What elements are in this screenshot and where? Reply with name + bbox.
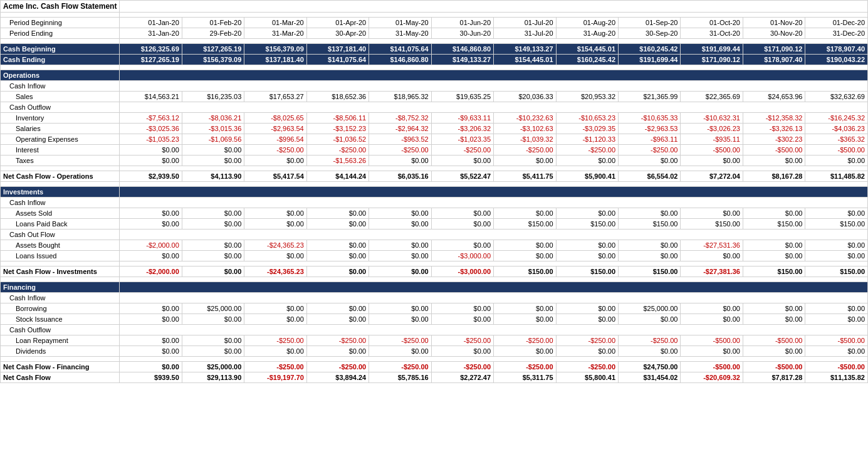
bor-jun: $0.00 [431, 303, 493, 314]
int-jul: -$250.00 [494, 145, 556, 156]
tax-jan: $0.00 [120, 156, 182, 166]
sales-jun: $19,635.25 [431, 92, 493, 102]
lpb-aug: $150.00 [556, 219, 618, 229]
int-apr: -$250.00 [306, 145, 369, 156]
int-feb: $0.00 [182, 145, 244, 156]
li-jan: $0.00 [120, 251, 182, 261]
nci-aug: $150.00 [556, 266, 618, 277]
si-aug: $0.00 [556, 314, 618, 325]
sal-oct: -$3,026.23 [681, 124, 743, 134]
fin-cash-outflow-row: Cash Outflow [1, 325, 868, 335]
ncf-jan: $0.00 [120, 362, 182, 372]
as-jan: $0.00 [120, 208, 182, 219]
lpb-oct: $150.00 [681, 219, 743, 229]
int-aug: -$250.00 [556, 145, 618, 156]
div-aug: $0.00 [556, 346, 618, 357]
as-aug: $0.00 [556, 208, 618, 219]
opex-may: -$963.52 [369, 134, 431, 145]
inventory-row: Inventory -$7,563.12 -$8,036.21 -$8,025.… [1, 113, 868, 124]
nco-aug: $5,900.41 [556, 171, 618, 182]
cb-aug: $154,445.01 [556, 44, 618, 55]
int-jan: $0.00 [120, 145, 182, 156]
opex-apr: -$1,036.52 [306, 134, 369, 145]
pe-dec: 31-Dec-20 [805, 28, 868, 39]
as-mar: $0.00 [244, 208, 306, 219]
sales-jul: $20,036.33 [494, 92, 556, 102]
sales-feb: $16,235.03 [182, 92, 244, 102]
si-apr: $0.00 [306, 314, 369, 325]
ab-apr: $0.00 [306, 240, 369, 251]
pb-apr: 01-Apr-20 [306, 18, 369, 28]
as-oct: $0.00 [681, 208, 743, 219]
opex-feb: -$1,069.56 [182, 134, 244, 145]
as-feb: $0.00 [182, 208, 244, 219]
cb-dec: $178,907.40 [805, 44, 868, 55]
net-inv-row: Net Cash Flow - Investments -$2,000.00 $… [1, 266, 868, 277]
bor-sep: $25,000.00 [619, 303, 681, 314]
loans-issued-label: Loans Issued [1, 251, 120, 261]
period-ending-label: Period Ending [1, 28, 120, 39]
inv-aug: -$10,653.23 [556, 113, 618, 124]
nci-dec: $150.00 [805, 266, 868, 277]
cb-mar: $156,379.09 [244, 44, 306, 55]
inv-may: -$8,752.32 [369, 113, 431, 124]
lr-jul: -$250.00 [494, 335, 556, 346]
div-mar: $0.00 [244, 346, 306, 357]
nco-feb: $4,113.90 [182, 171, 244, 182]
ce-feb: $156,379.09 [182, 55, 244, 65]
tax-dec: $0.00 [805, 156, 868, 166]
pe-jan: 31-Jan-20 [120, 28, 182, 39]
ab-dec: $0.00 [805, 240, 868, 251]
nco-may: $6,035.16 [369, 171, 431, 182]
bor-jan: $0.00 [120, 303, 182, 314]
net-cash-flow-row: Net Cash Flow $939.50 $29,113.90 -$19,19… [1, 372, 868, 383]
bor-may: $0.00 [369, 303, 431, 314]
div-jan: $0.00 [120, 346, 182, 357]
ncf-feb: $25,000.00 [182, 362, 244, 372]
bor-apr: $0.00 [306, 303, 369, 314]
li-apr: $0.00 [306, 251, 369, 261]
int-jun: -$250.00 [431, 145, 493, 156]
pb-aug: 01-Aug-20 [556, 18, 618, 28]
ncf-sep: $24,750.00 [619, 362, 681, 372]
lr-oct: -$500.00 [681, 335, 743, 346]
pe-aug: 31-Aug-20 [556, 28, 618, 39]
si-nov: $0.00 [743, 314, 805, 325]
pe-nov: 30-Nov-20 [743, 28, 805, 39]
loan-repayment-label: Loan Repayment [1, 335, 120, 346]
int-nov: -$500.00 [743, 145, 805, 156]
assets-bought-row: Assets Bought -$2,000.00 $0.00 -$24,365.… [1, 240, 868, 251]
ab-jul: $0.00 [494, 240, 556, 251]
sales-oct: $22,365.69 [681, 92, 743, 102]
ab-mar: -$24,365.23 [244, 240, 306, 251]
pb-dec: 01-Dec-20 [805, 18, 868, 28]
tax-nov: $0.00 [743, 156, 805, 166]
ce-jun: $149,133.27 [431, 55, 493, 65]
ce-mar: $137,181.40 [244, 55, 306, 65]
period-beginning-label: Period Beginning [1, 18, 120, 28]
nci-mar: -$24,365.23 [244, 266, 306, 277]
div-jun: $0.00 [431, 346, 493, 357]
si-jul: $0.00 [494, 314, 556, 325]
lpb-jul: $150.00 [494, 219, 556, 229]
nco-apr: $4,144.24 [306, 171, 369, 182]
ops-cash-inflow-label: Cash Inflow [1, 81, 120, 92]
cb-oct: $191,699.44 [681, 44, 743, 55]
opex-oct: -$935.11 [681, 134, 743, 145]
inv-cash-inflow-row: Cash Inflow [1, 198, 868, 208]
int-mar: -$250.00 [244, 145, 306, 156]
cb-jun: $146,860.80 [431, 44, 493, 55]
div-apr: $0.00 [306, 346, 369, 357]
pb-sep: 01-Sep-20 [619, 18, 681, 28]
taxes-row: Taxes $0.00 $0.00 $0.00 -$1,563.26 $0.00… [1, 156, 868, 166]
ab-may: $0.00 [369, 240, 431, 251]
assets-sold-row: Assets Sold $0.00 $0.00 $0.00 $0.00 $0.0… [1, 208, 868, 219]
ab-sep: $0.00 [619, 240, 681, 251]
financing-header-row: Financing [1, 282, 868, 293]
nco-nov: $8,167.28 [743, 171, 805, 182]
ncf-dec: -$500.00 [805, 362, 868, 372]
cash-flow-table: Acme Inc. Cash Flow Statement Period Beg… [0, 0, 868, 383]
ncfl-dec: $11,135.82 [805, 372, 868, 383]
lr-nov: -$500.00 [743, 335, 805, 346]
as-nov: $0.00 [743, 208, 805, 219]
